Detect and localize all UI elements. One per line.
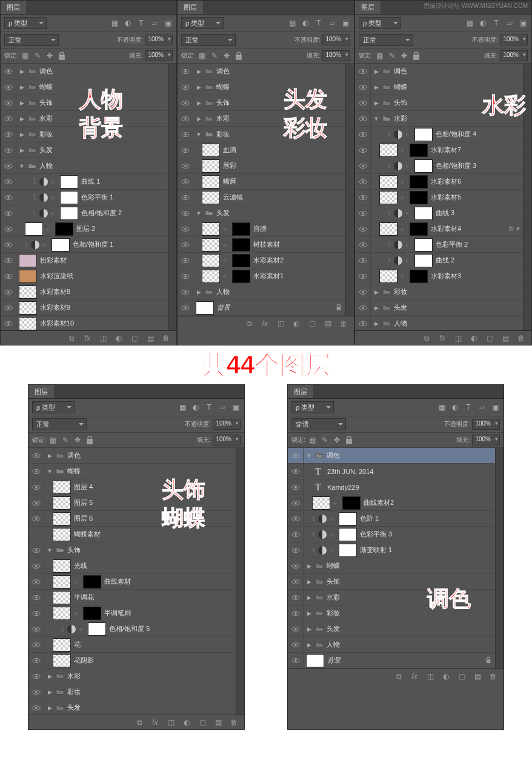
layer-name[interactable]: 头发 [67,703,81,712]
layer-thumbnail[interactable] [53,559,71,573]
layer-row[interactable]: ⟐图层 2 [1,221,168,237]
layer-row[interactable]: ⟐水彩素材4fx ▾ [355,221,523,237]
expand-toggle[interactable]: ▼ [47,547,53,553]
layer-mask[interactable] [410,175,428,188]
link-icon[interactable]: ⧉ [67,334,76,342]
expand-toggle[interactable]: ▼ [19,163,25,169]
layer-thumbnail[interactable] [53,591,71,604]
layer-name[interactable]: 彩妆 [394,287,407,296]
layer-name[interactable]: 图层 2 [76,224,95,233]
scrollbar[interactable] [345,64,354,316]
layer-name[interactable]: 头饰 [39,98,53,107]
visibility-toggle[interactable] [28,590,44,605]
visibility-toggle[interactable] [178,237,193,252]
layer-row[interactable]: ⤵⟐曲线 1 [1,174,168,190]
visibility-toggle[interactable] [355,142,371,158]
layer-name[interactable]: 彩妆 [39,130,53,139]
visibility-toggle[interactable] [355,316,371,330]
layer-thumbnail[interactable] [202,238,220,252]
layer-row[interactable]: 云滤镜 [178,190,345,205]
visibility-toggle[interactable] [288,590,304,605]
expand-toggle[interactable]: ▼ [306,453,312,459]
layer-row[interactable]: ⤵⟐渐变映射 1 [288,542,495,558]
visibility-toggle[interactable] [28,448,44,463]
lock-trans-icon[interactable]: ▦ [308,435,318,445]
layer-mask[interactable] [410,270,428,283]
mask-icon[interactable]: ◫ [454,334,462,342]
layers-tab[interactable]: 图层 [178,1,204,14]
filter-smart-icon[interactable]: ▣ [518,18,528,28]
fill-value[interactable]: 100% [322,50,350,61]
layer-row[interactable]: ⤵⟐曲线 3 [355,205,523,221]
layer-name[interactable]: 蝴蝶 [67,467,81,476]
filter-text-icon[interactable]: T [464,402,473,412]
visibility-toggle[interactable] [288,637,304,652]
layer-row[interactable]: ⤵⟐色相/饱和度 5 [28,621,236,637]
visibility-toggle[interactable] [28,574,44,589]
filter-smart-icon[interactable]: ▣ [163,18,173,28]
visibility-toggle[interactable] [178,253,193,268]
layer-mask[interactable] [83,607,101,620]
layer-thumbnail[interactable] [53,512,71,525]
layer-row[interactable]: ▶头饰 [288,574,495,590]
expand-toggle[interactable]: ▶ [196,84,202,90]
layer-row[interactable]: 图层 4 [28,479,236,495]
layer-name[interactable]: 头发 [39,145,53,155]
expand-toggle[interactable]: ▶ [373,100,379,106]
layer-row[interactable]: ▶蝴蝶 [355,79,523,95]
layer-name[interactable]: 调色 [39,67,53,76]
lock-move-icon[interactable]: ✥ [222,51,231,61]
layer-name[interactable]: 曲线素材 [104,577,131,586]
layer-name[interactable]: 水彩素材3 [431,272,461,281]
layer-name[interactable]: 彩妆 [216,130,230,139]
layer-name[interactable]: 人物 [39,161,53,170]
expand-toggle[interactable]: ▶ [196,289,202,295]
visibility-toggle[interactable] [28,606,44,621]
visibility-toggle[interactable] [288,511,304,526]
layer-mask[interactable] [410,144,428,157]
layer-name[interactable]: 色相/饱和度 5 [109,624,150,633]
visibility-toggle[interactable] [178,190,193,205]
lock-move-icon[interactable]: ✥ [45,51,55,61]
layer-row[interactable]: ⤵⟐色相/饱和度 3 [355,158,523,174]
layer-name[interactable]: 曲线 1 [81,177,100,186]
lock-trans-icon[interactable]: ▦ [21,51,30,61]
lock-move-icon[interactable]: ✥ [73,435,82,445]
layer-thumbnail[interactable] [202,254,220,267]
filter-adjust-icon[interactable]: ◐ [123,18,133,28]
visibility-toggle[interactable] [288,621,304,636]
fill-value[interactable]: 100% [472,435,500,445]
layer-row[interactable]: 半调花 [28,590,236,606]
layer-row[interactable]: ▶水彩 [178,111,345,127]
layer-name[interactable]: 人物 [327,640,340,649]
layer-name[interactable]: 水彩素材10 [40,319,74,328]
visibility-toggle[interactable] [1,269,16,284]
layer-row[interactable]: ▶水彩 [1,111,168,127]
layer-row[interactable]: 血滴 [178,142,345,158]
layer-name[interactable]: 水彩素材9 [40,303,70,312]
layer-name[interactable]: 唇彩 [223,161,236,170]
visibility-toggle[interactable] [28,479,44,495]
visibility-toggle[interactable] [355,79,371,95]
layer-name[interactable]: Kamdy229 [327,484,359,491]
layer-row[interactable]: ▶头饰 [178,95,345,111]
layer-row[interactable]: ⤵⟐色相/饱和度 2 [1,205,168,221]
visibility-toggle[interactable] [1,111,16,126]
visibility-toggle[interactable] [1,142,16,158]
visibility-toggle[interactable] [355,95,371,110]
adjust-icon[interactable]: ◐ [115,334,123,342]
visibility-toggle[interactable] [1,158,16,173]
layer-row[interactable]: ▼水彩 [355,111,523,127]
visibility-toggle[interactable] [28,669,44,684]
layer-row[interactable]: ▼头发 [178,205,345,221]
layer-name[interactable]: 头发 [327,624,340,633]
layer-thumbnail[interactable] [53,575,71,589]
layer-thumbnail[interactable] [25,222,43,236]
scrollbar[interactable] [168,64,176,330]
layer-mask[interactable] [83,575,101,589]
trash-icon[interactable]: 🗑 [230,718,238,727]
fx-icon[interactable]: fx [410,672,419,681]
filter-smart-icon[interactable]: ▣ [231,402,241,412]
adjust-icon[interactable]: ◐ [470,334,478,342]
layer-mask[interactable] [88,622,106,636]
